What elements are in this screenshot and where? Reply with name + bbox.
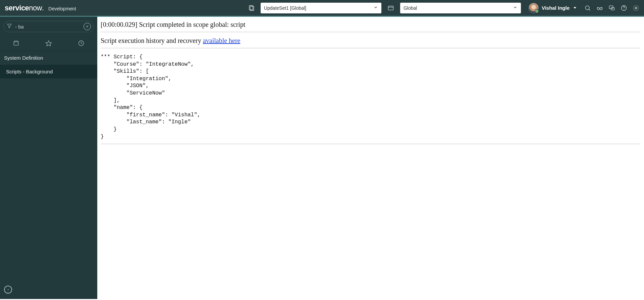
header-tools <box>584 5 639 11</box>
nav-section-system-definition[interactable]: System Definition <box>0 51 97 65</box>
nav-item-scripts-background[interactable]: Scripts - Background <box>0 65 97 78</box>
brand-block: servicenow. Development <box>5 4 76 12</box>
user-menu[interactable]: Vishal Ingle <box>529 3 576 13</box>
nav-filter-input[interactable] <box>15 24 81 29</box>
svg-marker-18 <box>8 289 9 291</box>
update-set-value: UpdateSet1 [Global] <box>264 5 306 11</box>
svg-point-4 <box>585 6 589 10</box>
clear-filter-button[interactable] <box>84 23 91 30</box>
svg-marker-16 <box>46 41 52 46</box>
brand-now: now <box>29 4 42 12</box>
svg-rect-15 <box>14 42 18 45</box>
chevron-down-icon <box>373 5 378 11</box>
script-completion-line: [0:00:00.029] Script completed in scope … <box>101 19 641 32</box>
main-content: [0:00:00.029] Script completed in scope … <box>97 17 644 299</box>
env-label: Development <box>48 6 76 11</box>
nav-filter <box>3 21 94 32</box>
application-scope-icon[interactable] <box>387 5 394 11</box>
avatar <box>529 3 538 13</box>
script-output: *** Script: { "Course": "IntegrateNow", … <box>101 48 641 144</box>
update-set-picker-icon[interactable] <box>248 5 255 11</box>
update-set-select[interactable]: UpdateSet1 [Global] <box>261 3 381 13</box>
user-name: Vishal Ingle <box>542 5 570 11</box>
brand-service: service <box>5 4 29 12</box>
header-center: UpdateSet1 [Global] Global <box>248 3 521 13</box>
app-shell: System Definition Scripts - Background [… <box>0 17 644 299</box>
nav-filter-row <box>0 17 97 36</box>
search-icon[interactable] <box>584 5 591 11</box>
chat-icon[interactable] <box>608 5 615 11</box>
left-sidebar: System Definition Scripts - Background <box>0 17 97 299</box>
application-scope-select[interactable]: Global <box>400 3 521 13</box>
nav-tabs <box>0 36 97 51</box>
svg-line-5 <box>589 9 590 10</box>
history-link[interactable]: available here <box>203 37 240 44</box>
help-icon[interactable] <box>621 5 627 11</box>
svg-point-11 <box>624 9 624 9</box>
glasses-icon[interactable] <box>596 5 603 11</box>
svg-rect-2 <box>388 6 393 10</box>
filter-icon <box>6 23 12 30</box>
header-right: Vishal Ingle <box>529 3 639 13</box>
chevron-down-icon <box>574 7 576 9</box>
brand-logo: servicenow. <box>5 4 44 12</box>
brand-dot: . <box>42 4 44 12</box>
collapse-sidebar-button[interactable] <box>4 286 12 294</box>
all-apps-tab[interactable] <box>0 36 33 51</box>
favorites-tab[interactable] <box>33 36 65 51</box>
history-tab[interactable] <box>65 36 97 51</box>
history-line: Script execution history and recovery av… <box>101 32 641 48</box>
history-prefix: Script execution history and recovery <box>101 37 203 44</box>
chevron-down-icon <box>513 5 518 11</box>
app-header: servicenow. Development UpdateSet1 [Glob… <box>0 0 644 17</box>
application-scope-value: Global <box>404 5 417 11</box>
gear-icon[interactable] <box>633 5 639 11</box>
svg-point-12 <box>635 7 637 9</box>
